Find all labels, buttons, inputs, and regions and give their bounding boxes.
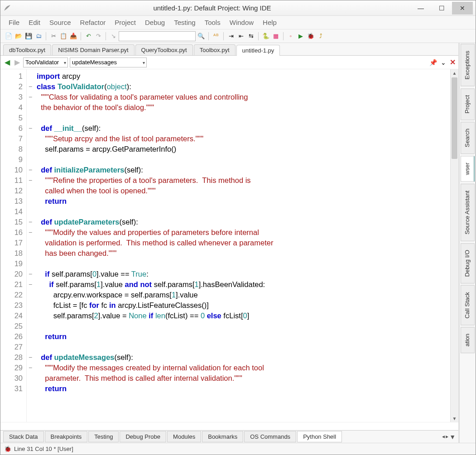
goto-icon[interactable]: ↘ xyxy=(109,32,118,41)
menu-testing[interactable]: Testing xyxy=(170,17,199,28)
side-tab[interactable]: Call Stack xyxy=(461,285,475,326)
step-icon[interactable]: ⤴ xyxy=(316,32,325,41)
toolbar-separator xyxy=(81,32,81,40)
side-panel-tabs: ExceptionsProjectSearchwserSource Assist… xyxy=(459,43,476,443)
minimize-button[interactable]: — xyxy=(410,2,431,14)
window-title: untitled-1.py: Default Project: Wing IDE xyxy=(14,4,410,12)
panel-tab[interactable]: Stack Data xyxy=(3,431,44,442)
side-tab[interactable]: Exceptions xyxy=(461,44,475,86)
nav-back-icon[interactable]: ◀ xyxy=(3,58,11,67)
save-icon[interactable]: 💾 xyxy=(24,32,33,41)
tabs-scroll-right-icon[interactable]: ▸ xyxy=(446,433,448,441)
debug-config-icon[interactable]: ▦ xyxy=(271,32,280,41)
status-bar: 🐞 Line 31 Col 10 * [User] xyxy=(0,443,476,455)
vertical-scrollbar[interactable]: ▲ ▼ xyxy=(450,69,458,422)
file-tab[interactable]: Toolbox.pyt xyxy=(194,44,236,55)
redo-icon[interactable]: ↷ xyxy=(94,32,103,41)
scroll-down-icon[interactable]: ▼ xyxy=(451,415,458,422)
tabs-scroll-left-icon[interactable]: ◂ xyxy=(442,433,445,441)
panel-tab[interactable]: Python Shell xyxy=(297,431,342,442)
search-input[interactable] xyxy=(119,31,196,41)
editor-footer-blank xyxy=(0,422,458,430)
side-tab[interactable]: Search xyxy=(461,122,475,154)
bottom-panel-tabs: Stack DataBreakpointsTestingDebug ProbeM… xyxy=(0,430,458,443)
python-icon[interactable]: 🐍 xyxy=(261,32,270,41)
panel-tab[interactable]: Debug Probe xyxy=(120,431,166,442)
spellcheck-icon[interactable]: ᴬᴮ xyxy=(212,32,221,41)
scroll-up-icon[interactable]: ▲ xyxy=(451,69,458,77)
toolbar-separator xyxy=(46,32,46,40)
navigation-bar: ◀ ▶ ToolValidator updateMessages 📌 ⌄ ✕ xyxy=(0,56,458,69)
menu-window[interactable]: Window xyxy=(226,17,257,28)
breakpoint-icon[interactable]: ◦ xyxy=(286,32,295,41)
new-file-icon[interactable]: 📄 xyxy=(4,32,13,41)
pin-icon[interactable]: 📌 xyxy=(429,59,437,66)
close-button[interactable]: ✕ xyxy=(452,2,473,14)
indent-out-icon[interactable]: ⇤ xyxy=(236,32,245,41)
save-all-icon[interactable]: 🗂 xyxy=(34,32,43,41)
toolbar-separator xyxy=(106,32,106,40)
panel-tab[interactable]: Breakpoints xyxy=(45,431,88,442)
panel-tab[interactable]: Testing xyxy=(88,431,119,442)
menu-help[interactable]: Help xyxy=(259,17,280,28)
side-tab[interactable]: Project xyxy=(461,88,475,120)
file-tab[interactable]: QueryToolbox.pyt xyxy=(135,44,193,55)
menu-edit[interactable]: Edit xyxy=(25,17,44,28)
menu-project[interactable]: Project xyxy=(111,17,139,28)
fold-gutter[interactable]: −−−−−−−−−−− xyxy=(27,69,34,422)
side-tab[interactable]: ation xyxy=(461,327,475,353)
toolbar-separator xyxy=(223,32,224,40)
toolbar-separator xyxy=(258,32,259,40)
line-number-gutter: 1234567891011121314151617181920212223242… xyxy=(0,69,27,422)
side-tab[interactable]: Source Assistant xyxy=(461,184,475,241)
tabs-menu-icon[interactable]: ▼ xyxy=(449,433,456,441)
panel-tab[interactable]: Modules xyxy=(167,431,201,442)
file-tab[interactable]: untitled-1.py xyxy=(236,45,280,56)
side-tab[interactable]: wser xyxy=(461,156,475,182)
options-chevron-icon[interactable]: ⌄ xyxy=(441,59,446,66)
editor-tabs: dbToolbox.pytNISIMS Domain Parser.pytQue… xyxy=(0,43,458,56)
indent-auto-icon[interactable]: ⇆ xyxy=(246,32,255,41)
scrollbar-thumb[interactable] xyxy=(452,77,457,159)
code-content[interactable]: import arcpyclass ToolValidator(object):… xyxy=(34,69,450,422)
toolbar-separator xyxy=(208,32,209,40)
menu-file[interactable]: File xyxy=(5,17,23,28)
toolbar: 📄 📂 💾 🗂 ✂ 📋 📥 ↶ ↷ ↘ 🔍 ᴬᴮ ⇥ ⇤ ⇆ 🐍 ▦ ◦ ▶ 🐞… xyxy=(0,29,476,43)
paste-icon[interactable]: 📥 xyxy=(69,32,78,41)
cut-icon[interactable]: ✂ xyxy=(49,32,58,41)
panel-tab[interactable]: OS Commands xyxy=(244,431,296,442)
scope-method-select[interactable]: updateMessages xyxy=(70,57,147,67)
nav-forward-icon[interactable]: ▶ xyxy=(13,58,21,67)
title-bar: untitled-1.py: Default Project: Wing IDE… xyxy=(0,0,476,16)
app-icon xyxy=(3,4,11,12)
file-tab[interactable]: NISIMS Domain Parser.pyt xyxy=(52,44,134,55)
run-icon[interactable]: ▶ xyxy=(296,32,305,41)
toolbar-separator xyxy=(283,32,284,40)
menu-tools[interactable]: Tools xyxy=(201,17,224,28)
menu-source[interactable]: Source xyxy=(46,17,75,28)
close-editor-icon[interactable]: ✕ xyxy=(450,58,456,67)
search-icon[interactable]: 🔍 xyxy=(197,32,206,41)
menu-refactor[interactable]: Refactor xyxy=(77,17,110,28)
side-tab[interactable]: Debug I/O xyxy=(461,243,475,283)
scope-class-select[interactable]: ToolValidator xyxy=(23,57,68,67)
panel-tab[interactable]: Bookmarks xyxy=(202,431,243,442)
status-text: Line 31 Col 10 * [User] xyxy=(14,445,73,452)
menu-debug[interactable]: Debug xyxy=(141,17,168,28)
file-tab[interactable]: dbToolbox.pyt xyxy=(3,44,51,55)
copy-icon[interactable]: 📋 xyxy=(59,32,68,41)
undo-icon[interactable]: ↶ xyxy=(84,32,93,41)
maximize-button[interactable]: ☐ xyxy=(431,2,452,14)
bug-icon: 🐞 xyxy=(4,445,11,452)
open-file-icon[interactable]: 📂 xyxy=(14,32,23,41)
code-editor[interactable]: 1234567891011121314151617181920212223242… xyxy=(0,69,458,422)
menu-bar: FileEditSourceRefactorProjectDebugTestin… xyxy=(0,16,476,29)
indent-in-icon[interactable]: ⇥ xyxy=(226,32,236,41)
debug-icon[interactable]: 🐞 xyxy=(306,32,315,41)
